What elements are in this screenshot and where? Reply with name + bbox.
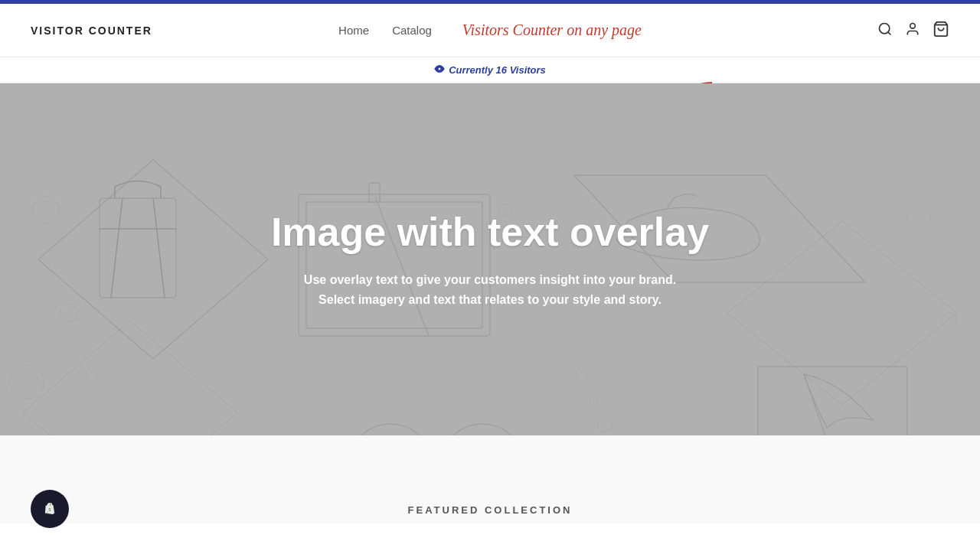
site-header: VISITOR COUNTER Home Catalog Visitors Co… (0, 4, 980, 57)
hero-section: Image with text overlay Use overlay text… (0, 83, 980, 435)
hero-title: Image with text overlay (271, 209, 709, 255)
main-nav: Home Catalog Visitors Counter on any pag… (338, 21, 642, 39)
svg-line-1 (888, 31, 891, 34)
svg-point-0 (880, 23, 890, 33)
visitor-count-text: Currently 16 Visitors (449, 64, 546, 76)
cart-icon[interactable] (933, 21, 949, 41)
nav-home[interactable]: Home (338, 24, 369, 37)
annotation-label: Visitors Counter on any page (462, 21, 642, 39)
shopify-badge[interactable]: S (31, 490, 69, 523)
hero-subtitle-line2: Select imagery and text that relates to … (271, 290, 709, 310)
login-icon[interactable] (905, 21, 920, 40)
nav-catalog[interactable]: Catalog (392, 24, 432, 37)
featured-collection-label: FEATURED COLLECTION (408, 504, 573, 516)
site-logo: VISITOR COUNTER (31, 24, 152, 37)
visitor-bar: Currently 16 Visitors (0, 57, 980, 83)
search-icon[interactable] (877, 21, 893, 40)
bottom-section: FEATURED COLLECTION (0, 435, 980, 523)
svg-point-4 (438, 67, 441, 70)
hero-subtitle-line1: Use overlay text to give your customers … (271, 270, 709, 290)
visitor-counter: Currently 16 Visitors (434, 64, 546, 77)
eye-icon (434, 64, 445, 77)
hero-content: Image with text overlay Use overlay text… (271, 209, 709, 309)
header-icons (877, 21, 949, 41)
svg-point-2 (910, 23, 916, 28)
